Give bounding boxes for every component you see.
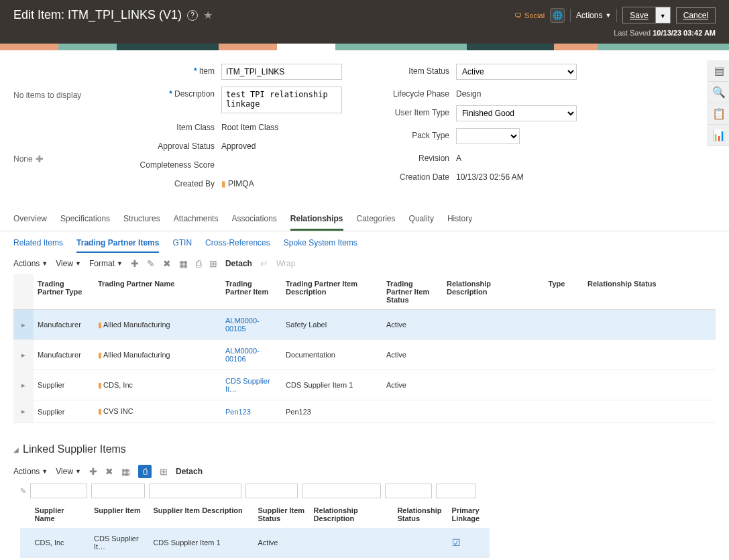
side-search-icon[interactable]: 🔍 <box>708 82 729 103</box>
col-supplier-reldesc[interactable]: Relationship Description <box>310 501 394 528</box>
cell-rel-desc <box>310 558 394 561</box>
cell-partner-item[interactable]: ALM0000-00106 <box>221 340 282 370</box>
checkbox-checked-icon[interactable]: ☑ <box>452 537 461 548</box>
col-partner-desc[interactable]: Trading Partner Item Description <box>282 274 382 310</box>
actions-menu[interactable]: Actions ▼ <box>576 11 611 20</box>
tab-attachments[interactable]: Attachments <box>174 209 219 231</box>
query-icon[interactable]: ⎙ <box>138 465 152 478</box>
filter-rel-desc[interactable] <box>302 484 381 498</box>
col-supplier-item[interactable]: Supplier Item <box>90 501 149 528</box>
col-supplier-relstatus[interactable]: Relationship Status <box>393 501 447 528</box>
user-item-type-select[interactable]: Finished Good <box>456 105 577 121</box>
toolbar2-view[interactable]: View▼ <box>56 467 81 476</box>
col-supplier-desc[interactable]: Supplier Item Description <box>149 501 254 528</box>
filter-primary[interactable] <box>436 484 476 498</box>
tab-structures[interactable]: Structures <box>123 209 160 231</box>
subtab-trading-partner-items[interactable]: Trading Partner Items <box>76 238 159 253</box>
freeze-icon[interactable]: ▦ <box>121 466 130 477</box>
expand-icon[interactable]: ▸ <box>13 370 34 400</box>
cell-partner-desc: Safety Label <box>282 310 382 340</box>
subtab-cross-references[interactable]: Cross-References <box>205 238 270 253</box>
col-rel-status[interactable]: Relationship Status <box>583 274 716 310</box>
social-link[interactable]: 🗨 Social <box>514 11 545 19</box>
description-input[interactable]: test TPI relationship linkage <box>221 87 342 113</box>
col-partner-item[interactable]: Trading Partner Item <box>221 274 282 310</box>
collapse-icon[interactable]: ◢ <box>13 446 19 453</box>
subtab-spoke-system-items[interactable]: Spoke System Items <box>284 238 357 253</box>
table-row[interactable]: ▸ Supplier ▮CVS INC Pen123 Pen123 <box>13 400 716 423</box>
grid-icon[interactable]: ⊞ <box>160 466 168 477</box>
col-supplier-name[interactable]: Supplier Name <box>31 501 90 528</box>
plus-icon[interactable]: ✚ <box>36 154 44 164</box>
filter-supplier-item[interactable] <box>91 484 145 498</box>
pack-type-select[interactable] <box>456 128 520 144</box>
globe-icon[interactable]: 🌐 <box>550 8 565 23</box>
cancel-button[interactable]: Cancel <box>676 7 716 23</box>
filter-supplier-name[interactable] <box>30 484 87 498</box>
item-status-select[interactable]: Active <box>456 64 577 80</box>
filter-supplier-status[interactable] <box>245 484 298 498</box>
table-row[interactable]: CDS, Inc CDS Supplier It… CDS Supplier I… <box>20 528 490 558</box>
star-icon[interactable]: ★ <box>203 9 213 21</box>
add-icon[interactable]: ✚ <box>89 466 97 477</box>
save-button[interactable]: Save <box>622 7 655 23</box>
filter-rel-status[interactable] <box>385 484 432 498</box>
approval-status-value: Approved <box>221 139 256 151</box>
col-supplier-status[interactable]: Supplier Item Status <box>254 501 309 528</box>
freeze-icon[interactable]: ▦ <box>179 258 188 269</box>
col-rel-type[interactable]: Type <box>530 274 583 310</box>
toolbar2-detach[interactable]: Detach <box>176 467 203 476</box>
col-partner-name[interactable]: Trading Partner Name <box>94 274 221 310</box>
table-row[interactable]: CVS INC Pen123 Pen123 — <box>20 558 490 561</box>
cell-partner-item[interactable]: CDS Supplier It… <box>221 370 282 400</box>
help-icon[interactable]: ? <box>187 10 198 21</box>
add-icon[interactable]: ✚ <box>131 258 139 269</box>
tab-categories[interactable]: Categories <box>357 209 396 231</box>
expand-icon[interactable]: ▸ <box>13 310 34 340</box>
side-clipboard-icon[interactable]: 📋 <box>708 103 729 125</box>
cell-supplier-item: CDS Supplier It… <box>90 528 149 558</box>
cell-supplier-status <box>254 558 309 561</box>
toolbar-view[interactable]: View▼ <box>56 259 81 268</box>
col-partner-status[interactable]: Trading Partner Item Status <box>382 274 443 310</box>
tab-associations[interactable]: Associations <box>231 209 276 231</box>
col-partner-type[interactable]: Trading Partner Type <box>34 274 94 310</box>
cell-primary-linkage[interactable]: ☑ <box>448 528 490 558</box>
pencil-icon[interactable]: ✎ <box>20 487 26 496</box>
toolbar-actions[interactable]: Actions▼ <box>13 259 48 268</box>
lifecycle-label: Lifecycle Phase <box>369 87 456 99</box>
side-chart-icon[interactable]: 📊 <box>708 125 729 146</box>
table-row[interactable]: ▸ Manufacturer ▮Allied Manufacturing ALM… <box>13 340 716 370</box>
tab-overview[interactable]: Overview <box>13 209 47 231</box>
export-icon[interactable]: ⎙ <box>196 258 201 269</box>
save-dropdown[interactable]: ▼ <box>656 7 671 23</box>
toolbar-format[interactable]: Format▼ <box>89 259 123 268</box>
subtab-related-items[interactable]: Related Items <box>13 238 63 253</box>
delete-icon[interactable]: ✖ <box>105 466 113 477</box>
subtab-gtin[interactable]: GTIN <box>172 238 192 253</box>
filter-row: ✎ <box>0 484 729 501</box>
toolbar-detach[interactable]: Detach <box>225 259 252 268</box>
col-rel-desc[interactable]: Relationship Description <box>443 274 530 310</box>
cell-primary-linkage[interactable]: — <box>448 558 490 561</box>
grid-icon[interactable]: ⊞ <box>209 258 217 269</box>
edit-icon[interactable]: ✎ <box>147 258 155 269</box>
tab-relationships[interactable]: Relationships <box>290 209 343 231</box>
toolbar2-actions[interactable]: Actions▼ <box>13 467 48 476</box>
side-document-icon[interactable]: ▤ <box>708 60 729 82</box>
cell-partner-item[interactable]: Pen123 <box>221 400 282 423</box>
tab-quality[interactable]: Quality <box>409 209 434 231</box>
filter-supplier-desc[interactable] <box>149 484 241 498</box>
col-primary-linkage[interactable]: Primary Linkage <box>448 501 490 528</box>
expand-icon[interactable]: ▸ <box>13 340 34 370</box>
row-selector[interactable] <box>20 558 31 561</box>
item-input[interactable] <box>221 64 342 80</box>
expand-icon[interactable]: ▸ <box>13 400 34 423</box>
row-selector[interactable] <box>20 528 31 558</box>
cell-partner-item[interactable]: ALM0000-00105 <box>221 310 282 340</box>
tab-specifications[interactable]: Specifications <box>60 209 110 231</box>
delete-icon[interactable]: ✖ <box>163 258 171 269</box>
table-row[interactable]: ▸ Manufacturer ▮Allied Manufacturing ALM… <box>13 310 716 340</box>
table-row[interactable]: ▸ Supplier ▮CDS, Inc CDS Supplier It… CD… <box>13 370 716 400</box>
tab-history[interactable]: History <box>447 209 472 231</box>
